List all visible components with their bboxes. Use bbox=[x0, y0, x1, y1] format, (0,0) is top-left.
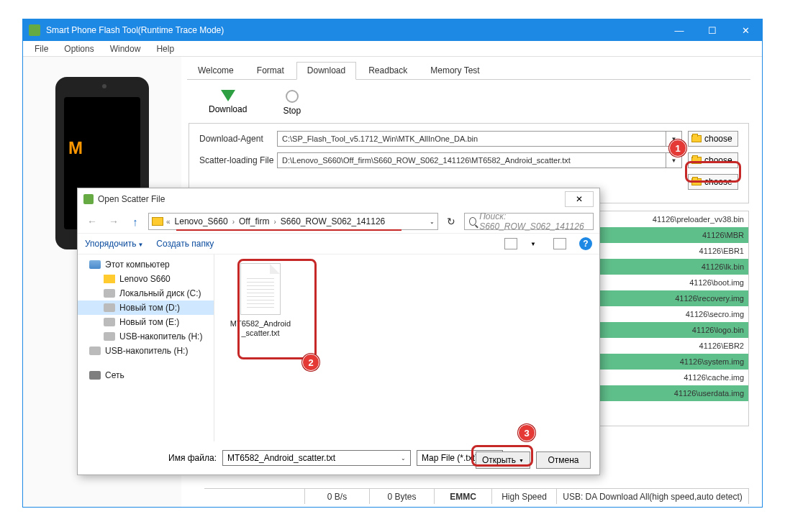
status-usb: USB: DA Download All(high speed,auto det… bbox=[557, 489, 749, 504]
dialog-sidebar: Этот компьютер Lenovo S660 Локальный дис… bbox=[78, 254, 214, 441]
status-speed: 0 B/s bbox=[305, 489, 370, 504]
folder-icon bbox=[691, 178, 702, 185]
search-input[interactable]: Поиск: S660_ROW_S062_141126 bbox=[464, 213, 594, 230]
tab-memory-test[interactable]: Memory Test bbox=[419, 62, 490, 80]
window-title: Smart Phone Flash Tool(Runtime Trace Mod… bbox=[46, 25, 663, 35]
titlebar: Smart Phone Flash Tool(Runtime Trace Mod… bbox=[23, 19, 762, 41]
menubar: File Options Window Help bbox=[23, 41, 762, 57]
file-list[interactable]: MT6582_Android _scatter.txt bbox=[214, 254, 599, 441]
sidebar-item-usb1[interactable]: USB-накопитель (H:) bbox=[78, 329, 214, 344]
preview-icon[interactable] bbox=[553, 238, 566, 249]
annotation-badge-1: 1 bbox=[669, 139, 686, 157]
sidebar-item-usb2[interactable]: USB-накопитель (H:) bbox=[78, 344, 214, 358]
app-icon bbox=[29, 24, 40, 36]
tab-strip: Welcome Format Download Readback Memory … bbox=[187, 61, 750, 80]
file-item-scatter[interactable]: MT6582_Android _scatter.txt bbox=[223, 263, 298, 357]
choose-da-button[interactable]: choose bbox=[688, 131, 738, 147]
tab-readback[interactable]: Readback bbox=[358, 62, 418, 80]
breadcrumb-segment[interactable]: Lenovo_S660 bbox=[173, 216, 230, 226]
folder-icon bbox=[152, 217, 163, 226]
maximize-button[interactable]: ☐ bbox=[696, 19, 729, 41]
view-icon[interactable] bbox=[504, 238, 517, 249]
download-button[interactable]: Download bbox=[209, 90, 247, 116]
dialog-toolbar: Упорядочить▼ Создать папку ▼ ? bbox=[78, 233, 599, 254]
dialog-close-button[interactable]: ✕ bbox=[565, 191, 594, 207]
sidebar-item-this-pc[interactable]: Этот компьютер bbox=[78, 257, 214, 272]
txt-file-icon bbox=[240, 263, 281, 315]
refresh-button[interactable]: ↻ bbox=[443, 213, 460, 230]
statusbar: 0 B/s 0 Bytes EMMC High Speed USB: DA Do… bbox=[204, 488, 749, 504]
menu-window[interactable]: Window bbox=[103, 42, 148, 55]
annotation-badge-3: 3 bbox=[518, 424, 535, 441]
status-bytes: 0 Bytes bbox=[370, 489, 435, 504]
sidebar-item-cdisk[interactable]: Локальный диск (C:) bbox=[78, 286, 214, 301]
tab-welcome[interactable]: Welcome bbox=[187, 62, 245, 80]
tab-format[interactable]: Format bbox=[246, 62, 295, 80]
scatter-input[interactable] bbox=[277, 152, 666, 168]
status-mode: High Speed bbox=[492, 489, 557, 504]
help-icon[interactable]: ? bbox=[579, 237, 592, 250]
breadcrumb-segment[interactable]: S660_ROW_S062_141126 bbox=[279, 216, 386, 226]
search-icon bbox=[469, 217, 476, 226]
folder-icon bbox=[691, 135, 702, 142]
minimize-button[interactable]: — bbox=[663, 19, 696, 41]
sidebar-item-lenovo[interactable]: Lenovo S660 bbox=[78, 272, 214, 286]
da-input[interactable] bbox=[277, 131, 666, 147]
back-button[interactable]: ← bbox=[83, 214, 101, 229]
breadcrumb-segment[interactable]: Off_firm bbox=[237, 216, 271, 226]
dialog-titlebar: Open Scatter File ✕ bbox=[78, 188, 599, 210]
dialog-icon bbox=[83, 194, 94, 204]
menu-options[interactable]: Options bbox=[57, 42, 101, 55]
stop-icon bbox=[286, 90, 299, 103]
dialog-nav: ← → ↑ « Lenovo_S660 › Off_firm › S660_RO… bbox=[78, 210, 599, 233]
up-button[interactable]: ↑ bbox=[127, 214, 144, 229]
choose-scatter-button[interactable]: choose bbox=[688, 152, 738, 168]
menu-help[interactable]: Help bbox=[149, 42, 181, 55]
menu-file[interactable]: File bbox=[27, 42, 55, 55]
sidebar-item-edisk[interactable]: Новый том (E:) bbox=[78, 315, 214, 329]
status-storage: EMMC bbox=[435, 489, 492, 504]
folder-icon bbox=[691, 157, 702, 164]
tab-download[interactable]: Download bbox=[296, 62, 356, 80]
organize-menu[interactable]: Упорядочить▼ bbox=[85, 239, 143, 249]
new-folder-button[interactable]: Создать папку bbox=[156, 239, 214, 249]
sidebar-item-ddisk[interactable]: Новый том (D:) bbox=[78, 301, 214, 315]
da-label: Download-Agent bbox=[199, 134, 277, 144]
download-icon bbox=[221, 90, 235, 101]
dialog-title: Open Scatter File bbox=[98, 194, 565, 204]
open-button[interactable]: Открыть▼ bbox=[476, 451, 530, 469]
choose-auth-button[interactable]: choose bbox=[688, 174, 738, 190]
breadcrumb[interactable]: « Lenovo_S660 › Off_firm › S660_ROW_S062… bbox=[148, 213, 438, 230]
filename-label: Имя файла: bbox=[168, 453, 217, 463]
cancel-button[interactable]: Отмена bbox=[536, 451, 591, 469]
annotation-badge-2: 2 bbox=[302, 354, 319, 371]
stop-button[interactable]: Stop bbox=[283, 90, 301, 116]
forward-button[interactable]: → bbox=[105, 214, 122, 229]
sidebar-item-network[interactable]: Сеть bbox=[78, 368, 214, 382]
phone-label: M bbox=[68, 138, 82, 158]
close-button[interactable]: ✕ bbox=[729, 19, 762, 41]
scatter-label: Scatter-loading File bbox=[199, 155, 277, 165]
filename-input[interactable]: MT6582_Android_scatter.txt⌄ bbox=[222, 450, 411, 466]
